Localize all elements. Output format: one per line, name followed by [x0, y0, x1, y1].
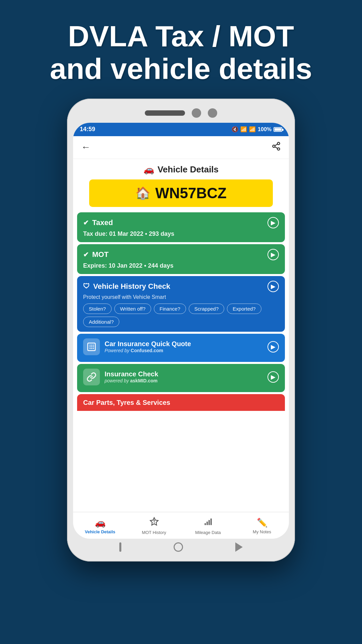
- camera-dot2: [208, 108, 217, 118]
- gesture-circle: [174, 542, 183, 552]
- taxed-title: Taxed: [92, 218, 113, 227]
- ins-check-arrow[interactable]: ▶: [267, 371, 279, 383]
- askmid-brand: askMID.com: [130, 378, 158, 383]
- car-parts-card[interactable]: Car Parts, Tyres & Services: [77, 394, 285, 411]
- svg-rect-19: [206, 522, 208, 525]
- page-header: DVLA Tax / MOT and vehicle details: [23, 0, 339, 99]
- quote-title: Car Insurance Quick Quote: [105, 340, 267, 348]
- svg-line-3: [275, 147, 278, 148]
- svg-rect-13: [91, 348, 93, 349]
- svg-rect-9: [89, 346, 91, 347]
- insurance-check-card[interactable]: Insurance Check powered by askMID.com ▶: [77, 364, 285, 392]
- content-area: 🚗 Vehicle Details 🏠 WN57BCZ ✔ Taxed ▶ Ta…: [73, 159, 289, 512]
- phone-bottom-bar: [73, 539, 289, 555]
- svg-rect-10: [91, 346, 93, 347]
- svg-rect-18: [204, 523, 206, 525]
- nav-notes[interactable]: ✏️ My Notes: [235, 518, 289, 534]
- taxed-subtitle: Tax due: 01 Mar 2022 • 293 days: [83, 230, 279, 237]
- nav-mileage-icon: [203, 517, 213, 529]
- bottom-nav: 🚗 Vehicle Details MOT History: [73, 512, 289, 539]
- confused-brand: Confused.com: [131, 348, 163, 353]
- svg-rect-6: [89, 344, 91, 345]
- check-icon: ✔: [83, 219, 89, 227]
- vehicle-title: 🚗 Vehicle Details: [73, 159, 289, 177]
- phone-notch: [73, 105, 289, 121]
- mot-arrow[interactable]: ▶: [267, 249, 279, 260]
- svg-line-4: [275, 144, 278, 146]
- svg-rect-21: [210, 519, 212, 525]
- nav-notes-label: My Notes: [253, 529, 271, 534]
- camera-dot: [192, 108, 201, 118]
- nav-vehicle-label: Vehicle Details: [85, 529, 115, 534]
- header-line1: DVLA Tax / MOT: [68, 19, 294, 53]
- nav-mileage[interactable]: Mileage Data: [181, 517, 235, 535]
- taxed-arrow[interactable]: ▶: [267, 217, 279, 228]
- history-arrow[interactable]: ▶: [267, 281, 279, 292]
- history-description: Protect yourself with Vehicle Smart: [83, 294, 279, 300]
- svg-rect-14: [93, 348, 94, 349]
- written-off-button[interactable]: Written off?: [114, 304, 151, 314]
- quote-subtitle: Powered by Confused.com: [105, 348, 267, 353]
- share-button[interactable]: [272, 142, 281, 153]
- plate-number: WN57BCZ: [155, 185, 227, 202]
- signal-icon: 📶: [249, 126, 256, 132]
- svg-rect-12: [89, 348, 91, 349]
- gesture-bar: [119, 542, 121, 552]
- phone-screen: 14:59 🔇 📶 📶 100% ←: [73, 123, 289, 539]
- nav-notes-icon: ✏️: [257, 518, 267, 528]
- nav-mot-label: MOT History: [142, 530, 166, 535]
- taxed-card[interactable]: ✔ Taxed ▶ Tax due: 01 Mar 2022 • 293 day…: [77, 212, 285, 242]
- shield-icon: 🛡: [83, 282, 90, 290]
- nav-mot-history[interactable]: MOT History: [127, 517, 181, 535]
- insurance-quote-card[interactable]: Car Insurance Quick Quote Powered by Con…: [77, 334, 285, 362]
- svg-rect-7: [91, 344, 93, 345]
- additional-button[interactable]: Additional?: [83, 317, 119, 327]
- car-parts-title: Car Parts, Tyres & Services: [83, 399, 170, 407]
- history-title: Vehicle History Check: [93, 282, 170, 291]
- gesture-triangle: [235, 542, 243, 552]
- quote-arrow[interactable]: ▶: [267, 341, 279, 353]
- mot-title: MOT: [92, 250, 109, 259]
- battery-pct: 100%: [258, 126, 272, 132]
- finance-button[interactable]: Finance?: [154, 304, 186, 314]
- mot-subtitle: Expires: 10 Jan 2022 • 244 days: [83, 262, 279, 269]
- history-check-card[interactable]: 🛡 Vehicle History Check ▶ Protect yourse…: [77, 276, 285, 332]
- license-plate: 🏠 WN57BCZ: [89, 179, 273, 207]
- nav-vehicle-details[interactable]: 🚗 Vehicle Details: [73, 518, 127, 534]
- app-header: ←: [73, 136, 289, 159]
- speaker-bar: [145, 110, 185, 116]
- status-time: 14:59: [80, 126, 95, 133]
- exported-button[interactable]: Exported?: [227, 304, 261, 314]
- mute-icon: 🔇: [232, 126, 238, 132]
- garage-icon: 🏠: [135, 186, 150, 200]
- history-check-buttons: Stolen? Written off? Finance? Scrapped? …: [83, 304, 279, 327]
- calculator-icon: [83, 338, 100, 355]
- check-icon2: ✔: [83, 251, 89, 259]
- nav-car-icon: 🚗: [95, 518, 106, 528]
- ins-check-subtitle: powered by askMID.com: [105, 378, 267, 383]
- back-button[interactable]: ←: [81, 142, 90, 153]
- svg-rect-8: [93, 344, 94, 345]
- car-icon: 🚗: [143, 164, 154, 175]
- nav-mileage-label: Mileage Data: [195, 530, 221, 535]
- scrapped-button[interactable]: Scrapped?: [189, 304, 225, 314]
- link-icon: [83, 369, 100, 385]
- wifi-icon: 📶: [240, 126, 247, 132]
- status-icons: 🔇 📶 📶 100%: [232, 126, 282, 132]
- header-line2: and vehicle details: [50, 52, 312, 85]
- battery-icon: [274, 127, 282, 132]
- status-bar: 14:59 🔇 📶 📶 100%: [73, 123, 289, 136]
- mot-card[interactable]: ✔ MOT ▶ Expires: 10 Jan 2022 • 244 days: [77, 244, 285, 274]
- nav-mot-icon: [149, 517, 159, 529]
- svg-rect-11: [93, 346, 94, 347]
- ins-check-title: Insurance Check: [105, 370, 267, 378]
- phone-frame: 14:59 🔇 📶 📶 100% ←: [67, 99, 295, 561]
- stolen-button[interactable]: Stolen?: [83, 304, 112, 314]
- svg-rect-20: [208, 520, 210, 525]
